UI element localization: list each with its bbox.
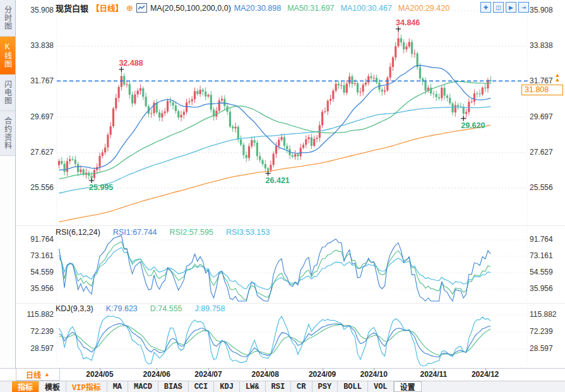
- add-indicator-icon[interactable]: ⊕: [126, 3, 133, 13]
- rsi-y-label-right-2: 54.559: [530, 268, 565, 276]
- chart-window-controls: ✚◫▶⇥: [480, 2, 529, 13]
- toolbar-tab-BIAS[interactable]: BIAS: [158, 381, 189, 392]
- kdj-y-label-right-1: 72.239: [530, 327, 565, 336]
- x-axis-label-7: 2024/12: [463, 370, 508, 379]
- extreme-annotation-25.995: 25.995: [89, 183, 113, 192]
- x-axis-tick: [323, 368, 323, 371]
- ma-value-3: MA200:29.420: [398, 4, 449, 13]
- ma-value-0: MA20:30.898: [234, 4, 281, 13]
- trading-app-window: 分时图K线图闪电图合约资料 现货白银 【日线】 ⊕ MA(20,50,100,2…: [0, 0, 565, 392]
- rsi-y-label-right-3: 35.956: [530, 284, 565, 293]
- sidebar-tab-2[interactable]: 闪电图: [0, 74, 15, 111]
- kdj-y-label-right-2: 28.597: [530, 344, 565, 353]
- x-axis-label-2: 2024/07: [186, 370, 230, 379]
- chevron-up-icon: ▲: [44, 371, 50, 377]
- sidebar-tab-1[interactable]: K线图: [0, 37, 15, 74]
- x-axis-tick: [374, 368, 374, 371]
- symbol-name: 现货白银: [56, 2, 88, 14]
- rsi-y-label-2: 54.559: [19, 268, 54, 276]
- period-selector-label: 日线: [26, 369, 41, 380]
- rsi-value-2: RSI3:53.153: [226, 228, 270, 237]
- main-y-label-right-1: 33.838: [530, 41, 565, 50]
- rsi-y-label-0: 91.764: [19, 235, 54, 244]
- x-axis-label-3: 2024/08: [243, 370, 287, 379]
- export-chart-icon[interactable]: ⇥: [518, 2, 529, 13]
- crosshair-icon[interactable]: ✚: [480, 2, 491, 13]
- main-y-label-0: 35.908: [19, 6, 54, 15]
- x-axis-tick: [100, 368, 100, 371]
- toolbar-tab-BOLL[interactable]: BOLL: [338, 381, 368, 392]
- x-axis-label-4: 2024/09: [300, 370, 345, 379]
- main-y-label-2: 31.767: [19, 76, 54, 85]
- main-y-label-right-5: 25.556: [530, 183, 565, 192]
- main-y-label-right-4: 27.627: [530, 148, 565, 157]
- period-selector[interactable]: 日线 ▲: [16, 368, 60, 381]
- kdj-value-0: K:79.623: [106, 304, 138, 313]
- sidebar-tab-0[interactable]: 分时图: [0, 0, 15, 37]
- ma-values: MA20:30.898MA50:31.697MA100:30.467MA200:…: [234, 4, 456, 13]
- kdj-values: K:79.623D:74.555J:89.758: [100, 304, 232, 313]
- extreme-annotation-32.488: 32.488: [119, 59, 143, 68]
- kdj-panel-header: KDJ(9,3,3)K:79.623D:74.555J:89.758: [56, 304, 238, 313]
- toolbar-tab-CCI[interactable]: CCI: [189, 381, 215, 392]
- rsi-y-label-right-0: 91.764: [530, 235, 565, 244]
- x-axis-tick: [434, 368, 434, 371]
- toolbar-tab-PSY[interactable]: PSY: [312, 381, 338, 392]
- main-chart-header: 现货白银 【日线】 ⊕ MA(20,50,100,200,0,0) MA20:3…: [56, 2, 456, 14]
- toolbar-tab-RSI[interactable]: RSI: [266, 381, 292, 392]
- ma-settings-label: MA(20,50,100,200,0,0): [150, 4, 231, 13]
- kdj-title: KDJ(9,3,3): [56, 304, 93, 313]
- indicator-toolbar: 指标模板VIP指标MAMACDBIASCCIKDJLW&RSICRPSYBOLL…: [0, 381, 565, 392]
- price-up-arrow-icon[interactable]: ▲▲: [554, 73, 561, 82]
- toolbar-tab-模板[interactable]: 模板: [39, 381, 66, 392]
- kdj-y-label-2: 28.597: [19, 344, 54, 353]
- x-axis-label-1: 2024/06: [134, 370, 179, 379]
- rsi-value-1: RSI2:57.595: [169, 228, 213, 237]
- x-axis-tick: [485, 368, 486, 371]
- indicator-chart-icon[interactable]: [136, 3, 147, 13]
- rsi-title: RSI(6,12,24): [56, 228, 100, 237]
- ma-value-2: MA100:30.467: [341, 4, 392, 13]
- rsi-y-label-3: 35.956: [19, 284, 54, 293]
- kdj-value-2: J:89.758: [195, 304, 225, 313]
- toolbar-tab-VIP指标[interactable]: VIP指标: [66, 381, 107, 392]
- range-playback-icon[interactable]: ▶: [506, 2, 516, 13]
- x-axis-label-0: 2024/05: [78, 370, 122, 379]
- toolbar-tab-VOL[interactable]: VOL: [368, 381, 394, 392]
- period-tag: 【日线】: [92, 2, 123, 14]
- current-price-label: 31.808: [521, 85, 563, 95]
- kdj-value-1: D:74.555: [150, 304, 182, 313]
- main-y-label-4: 27.627: [19, 148, 54, 157]
- kdj-y-label-1: 72.239: [19, 327, 54, 336]
- x-axis-tick: [265, 368, 266, 371]
- main-y-label-right-3: 29.697: [530, 112, 565, 121]
- toolbar-tab-设置[interactable]: 设置: [394, 381, 422, 392]
- rsi-values: RSI1:67.744RSI2:57.595RSI3:53.153: [107, 228, 277, 237]
- x-axis-tick: [208, 368, 209, 371]
- toolbar-tab-MACD[interactable]: MACD: [128, 381, 158, 392]
- main-y-label-1: 33.838: [19, 41, 54, 50]
- chart-canvas[interactable]: [0, 0, 565, 392]
- sidebar-tab-3[interactable]: 合约资料: [0, 111, 15, 156]
- extreme-annotation-26.421: 26.421: [266, 176, 290, 185]
- rsi-panel-header: RSI(6,12,24)RSI1:67.744RSI2:57.595RSI3:5…: [56, 228, 282, 237]
- ma-value-1: MA50:31.697: [287, 4, 334, 13]
- toolbar-tab-MA[interactable]: MA: [107, 381, 128, 392]
- kdj-y-label-0: 115.882: [19, 310, 54, 319]
- sidebar-filler: [0, 156, 15, 368]
- toolbar-tab-指标[interactable]: 指标: [12, 381, 39, 392]
- extreme-annotation-29.620: 29.620: [461, 121, 485, 130]
- toolbar-tab-LW&[interactable]: LW&: [240, 381, 266, 392]
- toolbar-tab-KDJ[interactable]: KDJ: [214, 381, 240, 392]
- rsi-value-0: RSI1:67.744: [113, 228, 157, 237]
- toolbar-tab-CR[interactable]: CR: [291, 381, 312, 392]
- x-axis-label-5: 2024/10: [352, 370, 396, 379]
- rsi-y-label-1: 73.161: [19, 251, 54, 260]
- range-zoom-in-icon[interactable]: ◫: [493, 2, 504, 13]
- chart-type-sidebar: 分时图K线图闪电图合约资料: [0, 0, 16, 368]
- kdj-y-label-right-0: 115.882: [530, 310, 565, 319]
- main-y-label-right-0: 35.908: [530, 6, 565, 15]
- x-axis-tick: [157, 368, 157, 371]
- rsi-y-label-right-1: 73.161: [530, 251, 565, 260]
- main-y-label-5: 25.556: [19, 183, 54, 192]
